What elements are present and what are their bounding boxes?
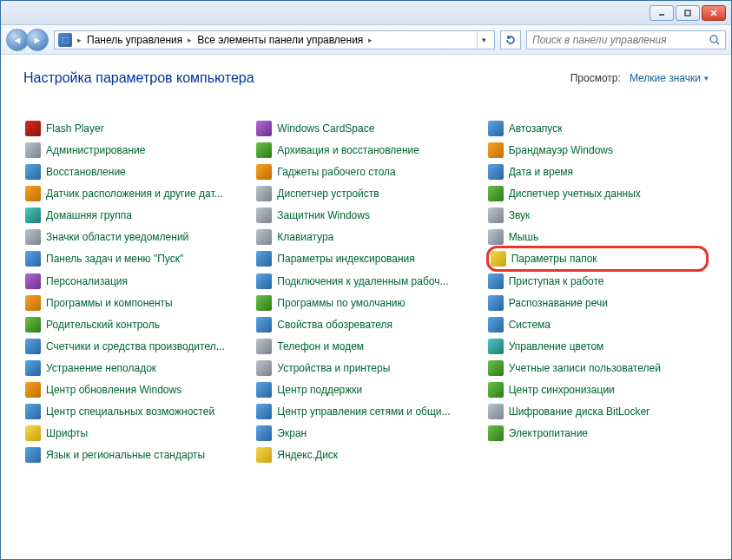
- svg-line-5: [716, 42, 719, 44]
- phone-modem-icon: [256, 339, 272, 354]
- close-button[interactable]: [702, 5, 726, 21]
- control-panel-item[interactable]: Шрифты: [23, 422, 246, 444]
- control-panel-item-label: Шифрование диска BitLocker: [509, 405, 650, 418]
- control-panel-item[interactable]: Клавиатура: [254, 226, 477, 247]
- control-panel-item[interactable]: Брандмауэр Windows: [486, 139, 709, 161]
- troubleshooting-icon: [25, 360, 41, 376]
- view-selector: Просмотр: Мелкие значки: [570, 72, 709, 84]
- view-mode-dropdown[interactable]: Мелкие значки: [630, 72, 709, 84]
- control-panel-item[interactable]: Электропитание: [486, 422, 709, 444]
- defender-icon: [256, 208, 272, 223]
- control-panel-item[interactable]: Подключения к удаленным рабоч...: [254, 270, 477, 292]
- cardspace-icon: [256, 121, 272, 136]
- control-panel-item[interactable]: Родительский контроль: [23, 313, 246, 335]
- backup-icon: [256, 142, 272, 158]
- control-panel-item[interactable]: Устранение неполадок: [23, 357, 246, 379]
- control-panel-item[interactable]: Защитник Windows: [254, 204, 477, 226]
- search-box[interactable]: [526, 30, 726, 49]
- control-panel-item-label: Flash Player: [46, 122, 104, 135]
- control-panel-item[interactable]: Панель задач и меню "Пуск": [23, 247, 246, 269]
- control-panel-item[interactable]: Дата и время: [486, 161, 709, 182]
- control-panel-item[interactable]: Диспетчер учетных данных: [486, 182, 709, 204]
- region-language-icon: [25, 447, 41, 463]
- sync-center-icon: [488, 382, 504, 398]
- breadcrumb-current[interactable]: Все элементы панели управления: [197, 34, 363, 46]
- control-panel-item[interactable]: Домашняя группа: [23, 204, 246, 226]
- control-panel-item-label: Подключения к удаленным рабоч...: [277, 275, 448, 287]
- control-panel-item[interactable]: Автозапуск: [486, 117, 709, 139]
- devices-printers-icon: [256, 360, 272, 376]
- control-panel-item-label: Панель задач и меню "Пуск": [46, 253, 183, 265]
- flash-icon: [25, 121, 41, 136]
- control-panel-item-label: Программы и компоненты: [46, 297, 173, 309]
- control-panel-item[interactable]: Центр обновления Windows: [23, 379, 246, 400]
- control-panel-item[interactable]: Центр синхронизации: [486, 379, 709, 400]
- control-panel-item[interactable]: Центр специальных возможностей: [23, 400, 246, 422]
- control-panel-item[interactable]: Яндекс.Диск: [254, 444, 477, 465]
- control-panel-item[interactable]: Устройства и принтеры: [254, 357, 477, 379]
- control-panel-item-label: Значки области уведомлений: [46, 231, 188, 243]
- control-panel-item[interactable]: Параметры индексирования: [254, 247, 477, 269]
- control-panel-item-label: Центр управления сетями и общи...: [277, 405, 450, 418]
- address-bar[interactable]: ⬚ ▸ Панель управления ▸ Все элементы пан…: [54, 30, 495, 49]
- control-panel-item-label: Система: [509, 319, 551, 331]
- control-panel-item[interactable]: Flash Player: [23, 117, 246, 139]
- default-programs-icon: [256, 295, 272, 311]
- control-panel-item[interactable]: Персонализация: [23, 270, 246, 292]
- personalization-icon: [25, 273, 41, 289]
- system-icon: [488, 317, 504, 333]
- control-panel-item-label: Диспетчер устройств: [277, 188, 379, 200]
- control-panel-item[interactable]: Экран: [254, 422, 477, 444]
- control-panel-item[interactable]: Свойства обозревателя: [254, 313, 477, 335]
- control-panel-item[interactable]: Звук: [486, 204, 709, 226]
- control-panel-item[interactable]: Центр управления сетями и общи...: [254, 400, 477, 422]
- refresh-button[interactable]: [500, 30, 521, 49]
- breadcrumb-sep-icon: ▸: [368, 36, 373, 44]
- minimize-button[interactable]: [650, 5, 674, 21]
- control-panel-item[interactable]: Язык и региональные стандарты: [23, 444, 246, 465]
- control-panel-item[interactable]: Значки области уведомлений: [23, 226, 246, 247]
- notification-icons-icon: [25, 229, 41, 245]
- control-panel-item[interactable]: Восстановление: [23, 161, 246, 182]
- breadcrumb-sep-icon: ▸: [188, 36, 192, 44]
- control-panel-item[interactable]: Телефон и модем: [254, 335, 477, 357]
- control-panel-item[interactable]: Диспетчер устройств: [254, 182, 477, 204]
- control-panel-item[interactable]: Датчик расположения и другие дат...: [23, 182, 246, 204]
- control-panel-item-label: Родительский контроль: [46, 319, 160, 331]
- control-panel-item-label: Язык и региональные стандарты: [46, 449, 205, 461]
- speech-icon: [488, 295, 504, 311]
- control-panel-item[interactable]: Центр поддержки: [254, 379, 477, 400]
- control-panel-item[interactable]: Мышь: [486, 226, 709, 247]
- control-panel-item-label: Администрирование: [46, 144, 145, 156]
- control-panel-item[interactable]: Управление цветом: [486, 335, 709, 357]
- control-panel-item[interactable]: Гаджеты рабочего стола: [254, 161, 477, 182]
- autoplay-icon: [488, 121, 504, 136]
- control-panel-item[interactable]: Программы по умолчанию: [254, 292, 477, 313]
- control-panel-item[interactable]: Параметры папок: [486, 246, 709, 272]
- control-panel-item[interactable]: Распознавание речи: [486, 292, 709, 313]
- breadcrumb-root[interactable]: Панель управления: [87, 34, 182, 46]
- firewall-icon: [488, 142, 504, 158]
- control-panel-item[interactable]: Администрирование: [23, 139, 246, 161]
- yandex-disk-icon: [256, 447, 272, 463]
- maximize-button[interactable]: [676, 5, 700, 21]
- search-input[interactable]: [531, 33, 708, 47]
- windows-update-icon: [25, 382, 41, 398]
- control-panel-item[interactable]: Счетчики и средства производител...: [23, 335, 246, 357]
- control-panel-item[interactable]: Программы и компоненты: [23, 292, 246, 313]
- control-panel-items-grid: Flash PlayerАдминистрированиеВосстановле…: [23, 117, 709, 465]
- control-panel-item[interactable]: Архивация и восстановление: [254, 139, 477, 161]
- control-panel-item-label: Датчик расположения и другие дат...: [46, 188, 223, 200]
- control-panel-item-label: Windows CardSpace: [277, 122, 374, 135]
- search-icon[interactable]: [708, 33, 722, 47]
- control-panel-item-label: Экран: [277, 427, 307, 439]
- control-panel-item[interactable]: Windows CardSpace: [254, 117, 477, 139]
- control-panel-item[interactable]: Учетные записи пользователей: [486, 357, 709, 379]
- performance-icon: [25, 339, 41, 354]
- control-panel-item[interactable]: Система: [486, 313, 709, 335]
- control-panel-item[interactable]: Приступая к работе: [486, 270, 709, 292]
- nav-forward-button[interactable]: ►: [26, 29, 49, 51]
- address-dropdown-button[interactable]: ▾: [477, 31, 491, 49]
- control-panel-item-label: Электропитание: [509, 427, 588, 439]
- control-panel-item[interactable]: Шифрование диска BitLocker: [486, 400, 709, 422]
